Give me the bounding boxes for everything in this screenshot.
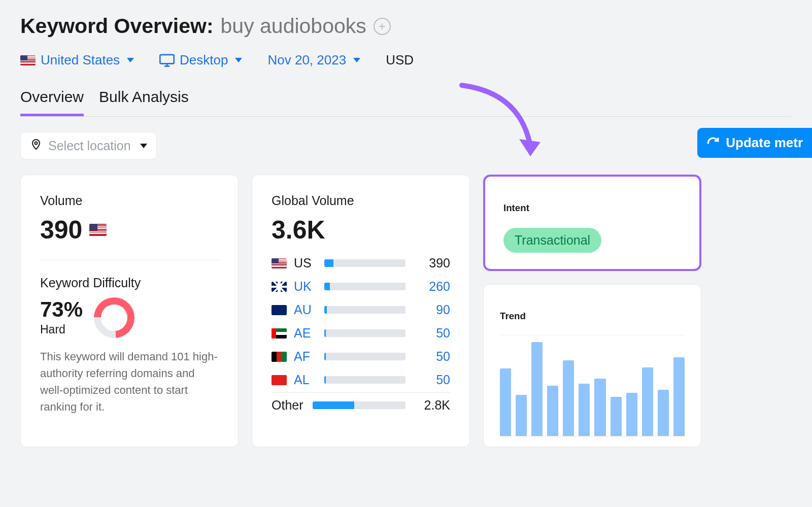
chevron-down-icon xyxy=(235,58,242,62)
uk-flag-icon xyxy=(272,282,287,292)
country-filter[interactable]: United States xyxy=(20,52,134,68)
intent-card: Intent Transactional xyxy=(483,175,701,271)
volume-bar xyxy=(324,283,405,290)
ae-flag-icon xyxy=(272,328,287,339)
global-volume-value: 3.6K xyxy=(272,215,450,245)
global-volume-row[interactable]: US390 xyxy=(272,256,450,271)
country-code: US xyxy=(294,256,317,271)
volume-value: 390 xyxy=(40,215,82,245)
kd-row: 73% Hard xyxy=(40,297,219,338)
desktop-icon xyxy=(159,54,175,67)
trend-bar xyxy=(594,379,605,436)
volume-title: Volume xyxy=(40,193,219,208)
volume-value: 50 xyxy=(413,349,450,364)
country-code: AF xyxy=(294,349,317,364)
kd-description: This keyword will demand 101 high-author… xyxy=(40,348,219,415)
kd-level: Hard xyxy=(40,323,83,336)
kd-donut-icon xyxy=(93,297,136,339)
global-volume-row[interactable]: UK260 xyxy=(272,279,450,294)
location-placeholder: Select location xyxy=(48,139,131,153)
trend-bar xyxy=(500,368,511,436)
update-metrics-button[interactable]: Update metr xyxy=(697,128,812,158)
country-code: AE xyxy=(294,326,317,341)
device-filter[interactable]: Desktop xyxy=(159,52,242,68)
trend-chart xyxy=(500,335,685,436)
other-label: Other xyxy=(272,398,303,413)
add-keyword-icon[interactable]: + xyxy=(374,18,391,35)
volume-bar xyxy=(324,329,405,337)
location-select[interactable]: Select location xyxy=(20,132,157,159)
global-volume-row[interactable]: AL50 xyxy=(272,373,450,387)
toolbar: Select location xyxy=(0,117,812,171)
country-code: AU xyxy=(294,302,317,317)
currency-label: USD xyxy=(386,52,414,68)
trend-bar xyxy=(516,395,527,436)
tab-bulk-analysis[interactable]: Bulk Analysis xyxy=(99,88,189,116)
filters-row: United States Desktop Nov 20, 2023 USD xyxy=(20,52,792,68)
af-flag-icon xyxy=(272,352,287,362)
kd-title: Keyword Difficulty xyxy=(40,276,219,290)
date-label: Nov 20, 2023 xyxy=(267,52,346,68)
trend-bar xyxy=(673,357,685,436)
global-volume-other-row: Other 2.8K xyxy=(272,398,450,413)
svg-point-1 xyxy=(35,142,38,145)
trend-bar xyxy=(658,390,669,436)
device-label: Desktop xyxy=(180,52,228,68)
country-code: AL xyxy=(294,373,317,387)
us-flag-icon xyxy=(20,55,36,65)
trend-bar xyxy=(642,367,653,436)
divider xyxy=(272,392,450,393)
volume-bar xyxy=(324,353,405,360)
country-label: United States xyxy=(41,52,120,68)
global-volume-list: US390UK260AU90AE50AF50AL50 xyxy=(272,256,450,387)
location-pin-icon xyxy=(30,138,42,153)
global-volume-title: Global Volume xyxy=(272,193,450,208)
volume-value-row: 390 xyxy=(40,215,219,245)
kd-value: 73% xyxy=(40,297,83,322)
trend-bar xyxy=(579,384,590,436)
refresh-icon xyxy=(706,137,720,150)
update-label: Update metr xyxy=(726,135,803,151)
volume-bar xyxy=(324,376,405,384)
al-flag-icon xyxy=(272,375,287,385)
volume-value: 90 xyxy=(413,302,450,317)
volume-value: 50 xyxy=(413,373,450,387)
us-flag-icon xyxy=(89,224,107,236)
other-value: 2.8K xyxy=(413,398,450,413)
trend-title: Trend xyxy=(500,311,685,322)
tab-overview[interactable]: Overview xyxy=(20,88,84,116)
page-title-row: Keyword Overview: buy audiobooks + xyxy=(20,14,792,38)
country-code: UK xyxy=(294,279,317,294)
chevron-down-icon xyxy=(140,144,147,148)
volume-bar xyxy=(324,306,405,314)
other-bar xyxy=(313,401,405,409)
keyword-value: buy audiobooks xyxy=(221,14,366,38)
right-column: Intent Transactional Trend xyxy=(483,175,701,447)
trend-card: Trend xyxy=(483,284,701,447)
volume-value: 260 xyxy=(413,279,450,294)
volume-value: 390 xyxy=(413,256,450,271)
us-flag-icon xyxy=(272,258,287,268)
trend-bar xyxy=(611,397,622,436)
volume-value: 50 xyxy=(413,326,450,341)
date-filter[interactable]: Nov 20, 2023 xyxy=(267,52,360,68)
volume-card: Volume 390 Keyword Difficulty 73% Hard T… xyxy=(20,175,239,447)
global-volume-row[interactable]: AU90 xyxy=(272,302,450,317)
au-flag-icon xyxy=(272,305,287,315)
trend-bar xyxy=(531,342,543,436)
page-header: Keyword Overview: buy audiobooks + Unite… xyxy=(0,0,812,117)
global-volume-card: Global Volume 3.6K US390UK260AU90AE50AF5… xyxy=(252,175,470,447)
tabs: Overview Bulk Analysis xyxy=(20,88,792,117)
svg-rect-0 xyxy=(160,54,174,63)
global-volume-row[interactable]: AE50 xyxy=(272,326,450,341)
intent-badge: Transactional xyxy=(503,228,601,253)
trend-bar xyxy=(563,360,574,436)
divider xyxy=(40,260,219,260)
chevron-down-icon xyxy=(353,58,360,62)
page-title: Keyword Overview: xyxy=(20,14,214,38)
chevron-down-icon xyxy=(127,58,134,62)
intent-title: Intent xyxy=(503,202,681,214)
metrics-grid: Volume 390 Keyword Difficulty 73% Hard T… xyxy=(0,175,812,447)
volume-bar xyxy=(324,259,405,267)
global-volume-row[interactable]: AF50 xyxy=(272,349,450,364)
